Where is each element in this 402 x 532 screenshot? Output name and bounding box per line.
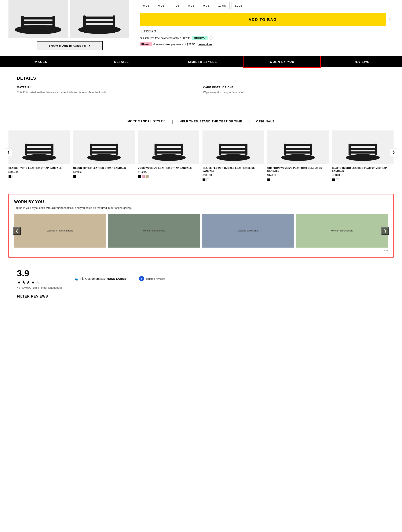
svg-rect-41 — [245, 144, 247, 155]
tab-worn-by-you[interactable]: WORN BY YOU — [243, 56, 320, 67]
star-4: ★ — [31, 279, 35, 285]
carousel-next-button[interactable]: ❯ — [390, 148, 397, 156]
swatch-black[interactable] — [8, 175, 12, 178]
swatch-black[interactable] — [332, 178, 335, 181]
svg-rect-2 — [21, 17, 55, 19]
product-card-3[interactable]: BLAIRE FLOWER BUCKLE LEATHER SLIDE SANDA… — [203, 130, 264, 181]
carousel-divider-2: | — [249, 120, 250, 124]
product-images: SHOW MORE IMAGES (3) ▼ — [8, 0, 131, 50]
wishlist-icon[interactable]: ♡ — [389, 17, 394, 23]
filter-reviews: FILTER REVIEWS — [17, 295, 385, 298]
tab-details[interactable]: DETAILS — [81, 56, 162, 67]
product-card-img-5 — [332, 130, 394, 164]
card-price-5: $110.00 — [332, 174, 394, 177]
wby-photo-1[interactable]: Woman in blue dress — [108, 214, 200, 247]
fit-text: Fit: Customers say — [80, 277, 105, 280]
filter-reviews-label: FILTER REVIEWS — [17, 295, 48, 298]
svg-point-15 — [22, 154, 56, 161]
swatch-white[interactable] — [77, 175, 80, 178]
card-title-3: BLAIRE FLOWER BUCKLE LEATHER SLIDE SANDA… — [203, 166, 264, 173]
product-card-img-3 — [203, 130, 264, 164]
swatch-black[interactable] — [267, 178, 270, 181]
svg-rect-9 — [84, 17, 115, 19]
svg-rect-12 — [83, 15, 86, 30]
tab-reviews[interactable]: REVIEWS — [321, 56, 402, 67]
svg-rect-11 — [84, 25, 115, 27]
chevron-down-icon: ▼ — [154, 29, 157, 33]
carousel-section: MORE SANDAL STYLES | HELP THEM STAND THE… — [0, 115, 402, 190]
show-more-images-button[interactable]: SHOW MORE IMAGES (3) ▼ — [37, 41, 103, 50]
card-title-2: VOSS WOMEN'S LEATHER STRAP SANDALS — [138, 166, 199, 169]
star-5: ★ — [36, 279, 40, 285]
swatch-white[interactable] — [336, 178, 339, 181]
worn-by-you-section: WORN BY YOU Tag us in your style looks w… — [8, 194, 394, 258]
wby-photo-2[interactable]: Closeup sandal shot — [202, 214, 294, 247]
shipping-row[interactable]: SHIPPING ▼ — [140, 29, 394, 33]
size-button-9-us[interactable]: 9 US — [200, 2, 213, 9]
card-swatches-0 — [8, 175, 70, 178]
swatch-tan[interactable] — [146, 175, 148, 178]
svg-rect-34 — [181, 144, 183, 155]
swatch-black[interactable] — [203, 178, 205, 181]
product-card-5[interactable]: BLAIRE HYDRO LEATHER PLATFORM STRAP SAND… — [332, 130, 394, 181]
wby-sin-label: S|N — [14, 249, 388, 252]
svg-rect-6 — [52, 16, 55, 30]
wby-prev-button[interactable]: ❮ — [13, 227, 21, 235]
product-card-2[interactable]: VOSS WOMEN'S LEATHER STRAP SANDALS$100.0… — [138, 130, 199, 178]
svg-rect-40 — [219, 144, 221, 155]
care-label: CARE INSTRUCTIONS — [203, 86, 385, 89]
carousel-divider-1: | — [172, 120, 173, 124]
svg-rect-33 — [155, 144, 157, 155]
wby-photo-0[interactable]: Woman in jeans outdoors — [14, 214, 106, 247]
afterpay-info-icon[interactable]: i — [209, 36, 213, 40]
swatch-black[interactable] — [138, 175, 141, 178]
wby-photo-3[interactable]: Woman in black skirt — [296, 214, 388, 247]
carousel-tab-originals[interactable]: ORIGINALS — [256, 120, 275, 124]
tab-images[interactable]: IMAGES — [0, 56, 81, 67]
klarna-learn-more-link[interactable]: Learn More — [198, 43, 212, 46]
fit-value: RUNS LARGE — [107, 277, 126, 280]
carousel-prev-button[interactable]: ❮ — [5, 148, 12, 156]
svg-rect-51 — [349, 144, 377, 146]
svg-rect-30 — [155, 144, 182, 146]
svg-point-43 — [281, 154, 315, 161]
card-swatches-2 — [138, 175, 199, 178]
svg-point-22 — [87, 154, 121, 161]
carousel-tab-sandals[interactable]: MORE SANDAL STYLES — [127, 120, 166, 124]
details-title: DETAILS — [17, 76, 385, 81]
size-button-5-us[interactable]: 5 US — [140, 2, 153, 9]
swatch-pink[interactable] — [142, 175, 145, 178]
nav-tabs: IMAGES DETAILS SIMILAR STYLES WORN BY YO… — [0, 56, 402, 67]
shipping-label: SHIPPING — [140, 29, 153, 33]
swatch-black[interactable] — [73, 175, 76, 178]
product-card-0[interactable]: BLAIRE HYDRO LEATHER STRAP SANDALS$100.0… — [8, 130, 70, 178]
svg-rect-13 — [113, 15, 115, 30]
carousel-tab-test-of-time[interactable]: HELP THEM STAND THE TEST OF TIME — [180, 120, 242, 124]
svg-rect-32 — [155, 152, 182, 153]
klarna-row: Klarna. 4 interest-free payments of $27.… — [140, 42, 394, 46]
add-to-bag-button[interactable]: ADD TO BAG — [140, 13, 386, 26]
size-button-10-us[interactable]: 10 US — [215, 2, 229, 9]
svg-rect-44 — [284, 144, 312, 146]
swatch-white[interactable] — [206, 178, 209, 181]
svg-rect-25 — [90, 152, 118, 153]
wby-next-button[interactable]: ❯ — [381, 227, 389, 235]
product-top: SHOW MORE IMAGES (3) ▼ 5 US6 US7 US8 US9… — [0, 0, 402, 50]
product-card-4[interactable]: GRYPHON WOMEN'S PLATFORM GLADIATOR SANDA… — [267, 130, 329, 181]
size-button-11-us[interactable]: 11 US — [231, 2, 246, 9]
product-card-1[interactable]: OLSON ZIPPED LEATHER STRAP SANDALS$140.0… — [73, 130, 135, 178]
svg-rect-20 — [51, 144, 53, 155]
reviews-section: 3.9 ★ ★ ★ ★ ★ 49 Reviews (155 in other l… — [0, 262, 402, 305]
card-price-1: $140.00 — [73, 171, 135, 173]
card-price-4: $140.00 — [267, 174, 329, 177]
size-button-6-us[interactable]: 6 US — [155, 2, 168, 9]
carousel-container: ❮ BLAIRE HYDRO LEATHER STRAP SANDALS$100… — [8, 130, 394, 181]
chevron-down-icon: ▼ — [88, 44, 91, 47]
material-label: MATERIAL — [17, 86, 199, 89]
size-button-7-us[interactable]: 7 US — [170, 2, 183, 9]
svg-point-36 — [216, 154, 250, 161]
swatch-white[interactable] — [12, 175, 15, 178]
tab-similar-styles[interactable]: SIMILAR STYLES — [162, 56, 243, 67]
divider — [17, 109, 385, 109]
size-button-8-us[interactable]: 8 US — [185, 2, 198, 9]
